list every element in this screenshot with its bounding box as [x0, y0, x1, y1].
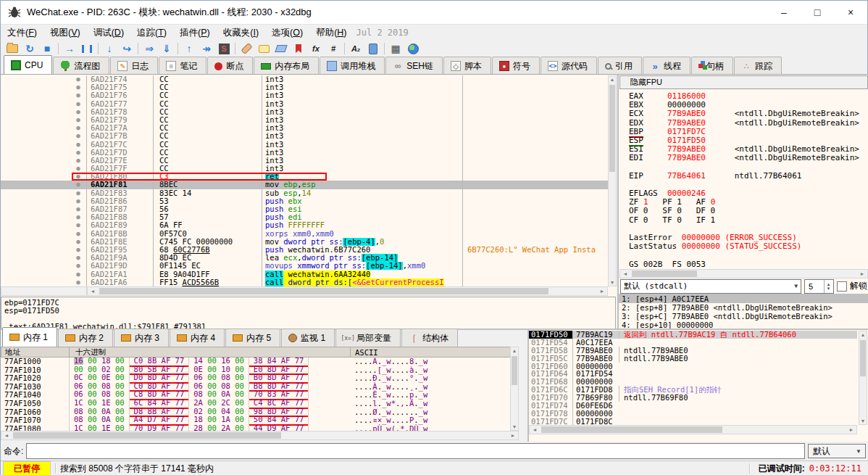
tab-引用[interactable]: 引用	[598, 57, 642, 75]
tab-内存 5[interactable]: 内存 5	[225, 329, 280, 347]
disassembly-hscrollbar[interactable]: ◄ ►	[87, 286, 608, 296]
registers-hscrollbar[interactable]: ◄ ►	[619, 269, 868, 278]
stack-hscrollbar[interactable]: ◄ ►	[529, 425, 857, 434]
execute-till-return-icon[interactable]: ↑	[180, 41, 198, 57]
attach-icon[interactable]	[364, 41, 382, 57]
breakpoint-dot-icon[interactable]: ●	[70, 246, 87, 254]
disasm-row[interactable]: ●6AD21FA6FF15 ACD5566Bcall dword ptr ds:…	[1, 278, 608, 286]
maximize-button[interactable]: □	[801, 1, 834, 24]
animate-into-icon[interactable]: ⇒	[141, 41, 158, 57]
tab-源代码[interactable]: <>源代码	[541, 57, 597, 75]
tab-内存 1[interactable]: 内存 1	[2, 327, 57, 347]
tab-笔记[interactable]: ≡笔记	[159, 57, 206, 75]
dump-hscrollbar[interactable]: ◄ ►	[1, 431, 519, 440]
breakpoint-dot-icon[interactable]: ●	[70, 108, 87, 116]
breakpoint-dot-icon[interactable]: ●	[70, 213, 87, 221]
breakpoint-dot-icon[interactable]: ●	[70, 254, 87, 262]
function-icon[interactable]: fx	[307, 41, 325, 57]
menu-item[interactable]: 追踪(T)	[130, 25, 173, 41]
scroll-thumb[interactable]	[99, 288, 548, 294]
skip-next-icon[interactable]: S	[215, 41, 233, 57]
tab-脚本[interactable]: ◇脚本	[443, 57, 491, 75]
disasm-row[interactable]: ●6AD21F818BECmov ebp,esp	[1, 181, 608, 189]
tab-跟踪[interactable]: ∴跟踪	[734, 57, 782, 75]
breakpoint-dot-icon[interactable]: ●	[70, 238, 87, 246]
hash-icon[interactable]: #	[325, 41, 342, 57]
tab-内存 3[interactable]: 内存 3	[114, 329, 169, 347]
disasm-row[interactable]: ●6AD21F7CCCint3	[1, 141, 608, 149]
spinner-arrows-icon[interactable]: ▲▼	[824, 280, 832, 293]
pause-icon[interactable]	[78, 41, 96, 57]
dump-view[interactable]: 内存 1内存 2内存 3内存 4内存 5监视 1[x=]局部变量⌠结构体 地址 …	[1, 330, 527, 443]
disasm-row[interactable]: ●6AD21FA1E8 9A04D1FFcall wechatwin.6AA32…	[1, 270, 608, 278]
breakpoint-dot-icon[interactable]: ●	[70, 221, 87, 229]
menu-item[interactable]: 文件(F)	[1, 25, 43, 41]
unlock-checkbox[interactable]	[837, 281, 847, 292]
bookmark-icon[interactable]	[290, 41, 307, 57]
stack-view[interactable]: 0171FD5077B9AC19返回到 ntdll.77B9AC19 自 ntd…	[527, 330, 868, 443]
dump-vscrollbar[interactable]: ▲ ▼	[510, 347, 519, 431]
register-line[interactable]: EIP 77B64061 ntdll.77B64061	[629, 172, 868, 181]
command-input[interactable]	[26, 443, 805, 459]
step-over-icon[interactable]: ↪	[118, 41, 135, 57]
breakpoint-dot-icon[interactable]: ●	[70, 181, 87, 189]
globe-icon[interactable]	[404, 41, 422, 57]
run-to-user-code-icon[interactable]: ↠	[198, 41, 215, 57]
calculator-icon[interactable]: ▦	[387, 41, 404, 57]
scroll-right-icon[interactable]: ►	[597, 289, 607, 294]
tab-局部变量[interactable]: [x=]局部变量	[335, 329, 401, 347]
minimize-button[interactable]: –	[767, 1, 801, 24]
arg-count-spinner[interactable]: 5 ▲▼	[804, 279, 834, 294]
breakpoint-dot-icon[interactable]: ●	[70, 205, 87, 213]
breakpoint-dot-icon[interactable]: ●	[70, 165, 87, 173]
restart-icon[interactable]: ↻	[21, 41, 38, 57]
tab-线程[interactable]: »线程	[643, 57, 690, 75]
breakpoint-dot-icon[interactable]: ●	[70, 141, 87, 149]
tab-句柄[interactable]: 句柄	[691, 57, 733, 75]
tab-SEH链[interactable]: ∞SEH链	[385, 57, 443, 75]
breakpoint-dot-icon[interactable]: ●	[70, 91, 87, 99]
animate-over-icon[interactable]: ⇓	[158, 41, 175, 57]
run-icon[interactable]: →	[61, 41, 78, 57]
scroll-left-icon[interactable]: ◄	[88, 289, 98, 294]
stop-icon[interactable]: ■	[38, 41, 56, 57]
registers-view[interactable]: 隐藏FPU EAX 01186000EBX 00000000ECX 77B9AB…	[617, 74, 868, 329]
breakpoint-dot-icon[interactable]: ●	[70, 197, 87, 205]
disasm-row[interactable]: ●6AD21F7BCCint3	[1, 132, 608, 140]
register-line[interactable]: CF 0 TF 0 IF 1	[629, 216, 868, 225]
argument-row[interactable]: 2: [esp+8] 77B9ABE0 <ntdll.DbgUiRemoteBr…	[619, 303, 868, 312]
breakpoint-dot-icon[interactable]: ●	[70, 270, 87, 278]
register-line[interactable]: GS 002B FS 0053	[629, 260, 868, 269]
hide-fpu-button[interactable]: 隐藏FPU	[619, 75, 868, 89]
string-search-icon[interactable]: A₂	[347, 41, 364, 57]
menu-item[interactable]: 收藏夹(I)	[217, 25, 265, 41]
breakpoint-dot-icon[interactable]: ●	[70, 149, 87, 157]
tab-结构体[interactable]: ⌠结构体	[401, 329, 458, 347]
breakpoint-dot-icon[interactable]: ●	[70, 278, 87, 286]
argument-row[interactable]: 3: [esp+C] 77B9ABE0 <ntdll.DbgUiRemoteBr…	[619, 312, 868, 321]
disasm-row[interactable]: ●6AD21F9D0F1145 ECmovups xmmword ptr ss:…	[1, 262, 608, 270]
tab-断点[interactable]: 断点	[207, 57, 253, 75]
breakpoint-dot-icon[interactable]: ●	[70, 157, 87, 165]
disasm-row[interactable]: ●6AD21F896A FFpush FFFFFFFF	[1, 221, 608, 229]
breakpoint-dot-icon[interactable]: ●	[70, 173, 87, 181]
tab-调用堆栈[interactable]: 调用堆栈	[320, 57, 385, 75]
menu-item[interactable]: 视图(V)	[43, 25, 87, 41]
stack-row[interactable]: 0171FD5C77B9ABE0ntdll.77B9ABE0	[529, 355, 857, 363]
tab-监视 1[interactable]: 监视 1	[281, 329, 335, 347]
disassembly-view[interactable]: ●6AD21F74CCint3●6AD21F75CCint3●6AD21F76C…	[1, 74, 617, 329]
breakpoint-dot-icon[interactable]: ●	[70, 124, 87, 132]
breakpoint-dot-icon[interactable]: ●	[70, 75, 87, 83]
stack-row[interactable]: 0171FD7C0171FD8C	[529, 418, 857, 425]
breakpoint-dot-icon[interactable]: ●	[70, 100, 87, 108]
menu-item[interactable]: 选项(O)	[265, 25, 309, 41]
breakpoint-dot-icon[interactable]: ●	[70, 189, 87, 197]
step-into-icon[interactable]: ↓	[101, 41, 118, 57]
tab-流程图[interactable]: 流程图	[53, 57, 109, 75]
breakpoint-dot-icon[interactable]: ●	[70, 132, 87, 140]
argument-row[interactable]: 1: [esp+4] A0C17EEA	[619, 294, 868, 303]
breakpoint-dot-icon[interactable]: ●	[70, 262, 87, 270]
breakpoint-dot-icon[interactable]: ●	[70, 83, 87, 91]
command-history-select[interactable]: 默认 ▼	[808, 444, 866, 458]
stack-vscrollbar[interactable]: ▲ ▼	[859, 331, 867, 425]
